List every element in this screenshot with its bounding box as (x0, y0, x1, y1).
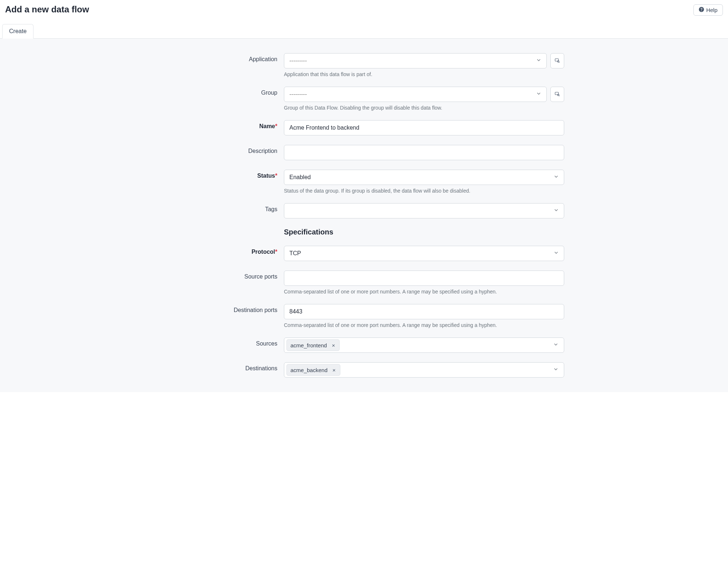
status-select[interactable] (284, 170, 564, 185)
destination-ports-input[interactable] (284, 304, 564, 319)
application-help: Application that this data flow is part … (284, 71, 564, 77)
remove-chip-icon[interactable]: × (331, 366, 338, 374)
svg-point-1 (557, 60, 559, 62)
chip-label: acme_backend (290, 367, 328, 373)
destinations-label: Destinations (164, 362, 284, 372)
page-title: Add a new data flow (5, 4, 89, 15)
help-icon (699, 7, 704, 13)
application-label: Application (164, 53, 284, 63)
lookup-icon (554, 58, 560, 64)
protocol-select[interactable] (284, 246, 564, 261)
destination-ports-label: Destination ports (164, 304, 284, 313)
tab-create[interactable]: Create (2, 24, 33, 39)
group-help: Group of this Data Flow. Disabling the g… (284, 105, 564, 111)
chevron-down-icon (553, 342, 559, 349)
destination-chip: acme_backend × (286, 364, 340, 376)
name-input[interactable] (284, 120, 564, 135)
chevron-down-icon (553, 366, 559, 374)
tags-select[interactable] (284, 203, 564, 218)
source-ports-help: Comma-separated list of one or more port… (284, 289, 564, 295)
group-label: Group (164, 87, 284, 96)
sources-select[interactable]: acme_frontend × (284, 338, 564, 353)
destination-ports-help: Comma-separated list of one or more port… (284, 322, 564, 328)
status-help: Status of the data group. If its group i… (284, 188, 564, 194)
help-button-label: Help (706, 7, 717, 13)
lookup-icon (554, 91, 560, 98)
svg-line-2 (559, 62, 559, 63)
help-button[interactable]: Help (693, 4, 723, 16)
chip-label: acme_frontend (290, 342, 327, 348)
tags-label: Tags (164, 203, 284, 213)
application-lookup-button[interactable] (550, 53, 564, 68)
description-input[interactable] (284, 145, 564, 160)
source-chip: acme_frontend × (286, 339, 340, 351)
svg-line-5 (559, 95, 559, 96)
source-ports-input[interactable] (284, 271, 564, 286)
application-select[interactable] (284, 53, 547, 68)
protocol-label: Protocol* (164, 246, 284, 255)
remove-chip-icon[interactable]: × (330, 342, 337, 349)
svg-point-4 (557, 94, 559, 95)
group-lookup-button[interactable] (550, 87, 564, 102)
specifications-heading: Specifications (284, 228, 564, 236)
sources-label: Sources (164, 338, 284, 347)
name-label: Name* (164, 120, 284, 130)
description-label: Description (164, 145, 284, 154)
group-select[interactable] (284, 87, 547, 102)
destinations-select[interactable]: acme_backend × (284, 362, 564, 378)
status-label: Status* (164, 170, 284, 179)
source-ports-label: Source ports (164, 271, 284, 280)
